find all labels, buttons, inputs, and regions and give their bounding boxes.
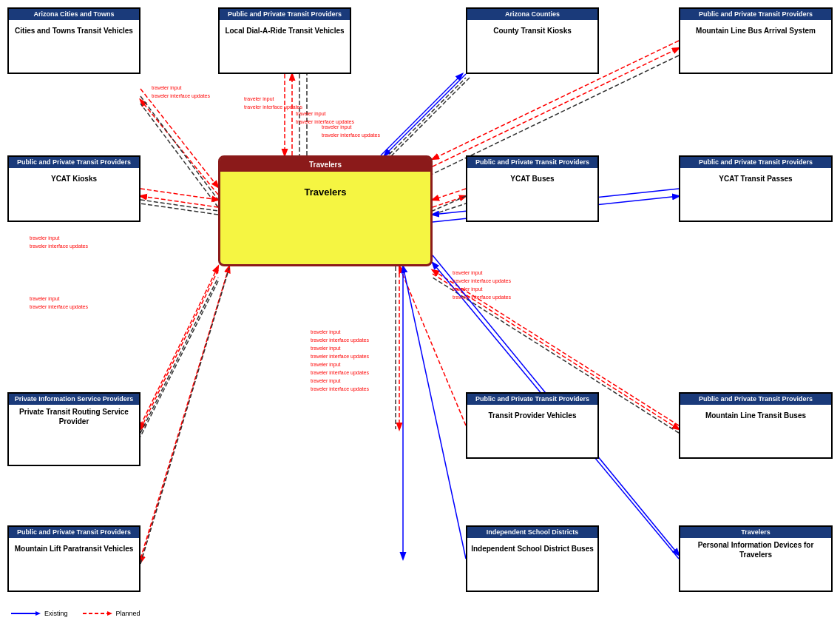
svg-line-20 [433,196,466,207]
svg-line-37 [140,268,229,564]
label-traveler-interface-10: traveler interface updates [311,354,369,359]
school-district-body: Independent School District Buses [467,538,597,560]
svg-line-19 [433,189,466,200]
svg-line-8 [385,74,466,155]
svg-line-16 [140,196,218,207]
personal-devices-body: Personal Information Devices for Travele… [680,538,831,562]
label-traveler-input-9: traveler input [311,329,340,334]
local-dialride-node: Public and Private Transit Providers Loc… [218,7,351,74]
label-traveler-interface-2: traveler interface updates [244,104,302,110]
mountain-line-bus-arrival-header: Public and Private Transit Providers [680,9,831,20]
label-traveler-input-10: traveler input [311,346,340,351]
travelers-body: Travelers [220,172,430,212]
legend-existing: Existing [11,609,68,618]
legend: Existing Planned [11,609,140,618]
private-routing-body: Private Transit Routing Service Provider [9,405,139,428]
svg-line-26 [140,270,218,429]
private-routing-label: Private Transit Routing Service Provider [12,407,136,426]
svg-line-3 [140,104,218,207]
arizona-cities-node: Arizona Cities and Towns Cities and Town… [7,7,140,74]
svg-line-15 [140,189,218,200]
svg-line-9 [381,74,462,155]
arizona-cities-header: Arizona Cities and Towns [9,9,139,20]
mountain-line-bus-arrival-node: Public and Private Transit Providers Mou… [679,7,833,74]
ycat-passes-node: Public and Private Transit Providers YCA… [679,155,833,222]
svg-line-21 [433,196,466,211]
label-traveler-interface-1: traveler interface updates [152,93,210,98]
svg-line-22 [433,204,466,215]
arizona-counties-header: Arizona Counties [467,9,597,20]
label-traveler-interface-7: traveler interface updates [453,295,511,300]
school-district-header: Independent School Districts [467,527,597,538]
planned-line-icon [83,609,112,618]
label-traveler-input-7: traveler input [453,286,482,292]
svg-line-18 [140,204,218,215]
ycat-buses-body: YCAT Buses [467,168,597,190]
label-traveler-interface-3: traveler interface updates [296,119,354,124]
ycat-passes-body: YCAT Transit Passes [680,168,831,190]
private-routing-header: Private Information Service Providers [9,394,139,405]
mountain-line-bus-arrival-body: Mountain Line Bus Arrival System [680,20,831,42]
svg-line-11 [385,78,466,159]
ycat-buses-header: Public and Private Transit Providers [467,157,597,168]
mountain-lift-header: Public and Private Transit Providers [9,527,139,538]
svg-line-27 [140,278,218,433]
travelers-header: Travelers [220,158,430,172]
local-dialride-body: Local Dial-A-Ride Transit Vehicles [220,20,350,42]
label-traveler-interface-8: traveler interface updates [30,304,88,309]
svg-line-38 [403,266,466,559]
label-traveler-interface-4: traveler interface updates [322,132,380,138]
transit-provider-header: Public and Private Transit Providers [467,394,597,405]
svg-line-17 [140,200,218,211]
svg-marker-43 [35,611,41,616]
svg-line-25 [140,266,218,426]
label-traveler-input-3: traveler input [296,111,325,116]
personal-devices-node: Travelers Personal Information Devices f… [679,525,833,592]
label-traveler-input-2: traveler input [244,96,274,101]
private-routing-node: Private Information Service Providers Pr… [7,392,140,466]
label-traveler-interface-11: traveler interface updates [311,370,369,375]
school-district-node: Independent School Districts Independent… [466,525,599,592]
ycat-passes-header: Public and Private Transit Providers [680,157,831,168]
svg-line-1 [140,100,218,195]
svg-line-0 [140,89,218,187]
svg-line-35 [140,266,229,559]
label-traveler-input-11: traveler input [311,362,340,367]
ycat-kiosks-node: Public and Private Transit Providers YCA… [7,155,140,222]
diagram-container: Arizona Cities and Towns Cities and Town… [0,0,840,629]
label-traveler-interface-5: traveler interface updates [30,243,88,249]
travelers-node: Travelers Travelers [218,155,433,266]
label-traveler-input-5: traveler input [30,235,59,240]
transit-provider-node: Public and Private Transit Providers Tra… [466,392,599,459]
mountain-lift-body: Mountain Lift Paratransit Vehicles [9,538,139,560]
mountain-lift-node: Public and Private Transit Providers Mou… [7,525,140,592]
mountain-line-transit-node: Public and Private Transit Providers Mou… [679,392,833,459]
ycat-kiosks-header: Public and Private Transit Providers [9,157,139,168]
svg-line-10 [388,78,470,159]
svg-marker-45 [107,611,112,616]
label-traveler-interface-9: traveler interface updates [311,337,369,343]
label-traveler-interface-6: traveler interface updates [453,278,511,283]
ycat-kiosks-body: YCAT Kiosks [9,168,139,190]
ycat-buses-node: Public and Private Transit Providers YCA… [466,155,599,222]
existing-line-icon [11,609,41,618]
label-traveler-input-12: traveler input [311,378,340,383]
label-traveler-input-1: traveler input [152,85,181,90]
label-traveler-input-8: traveler input [30,296,59,301]
arizona-counties-body: County Transit Kiosks [467,20,597,42]
label-traveler-interface-12: traveler interface updates [311,386,369,391]
arizona-cities-body: Cities and Towns Transit Vehicles [9,20,139,42]
svg-line-28 [140,281,218,437]
legend-planned: Planned [83,609,140,618]
svg-line-2 [140,96,218,200]
label-traveler-input-6: traveler input [453,270,482,275]
mountain-line-transit-body: Mountain Line Transit Buses [680,405,831,427]
label-traveler-input-4: traveler input [322,124,351,130]
planned-label: Planned [116,610,140,617]
arizona-counties-node: Arizona Counties County Transit Kiosks [466,7,599,74]
mountain-line-transit-header: Public and Private Transit Providers [680,394,831,405]
existing-label: Existing [44,610,68,617]
transit-provider-body: Transit Provider Vehicles [467,405,597,427]
local-dialride-header: Public and Private Transit Providers [220,9,350,20]
svg-line-36 [140,266,229,562]
